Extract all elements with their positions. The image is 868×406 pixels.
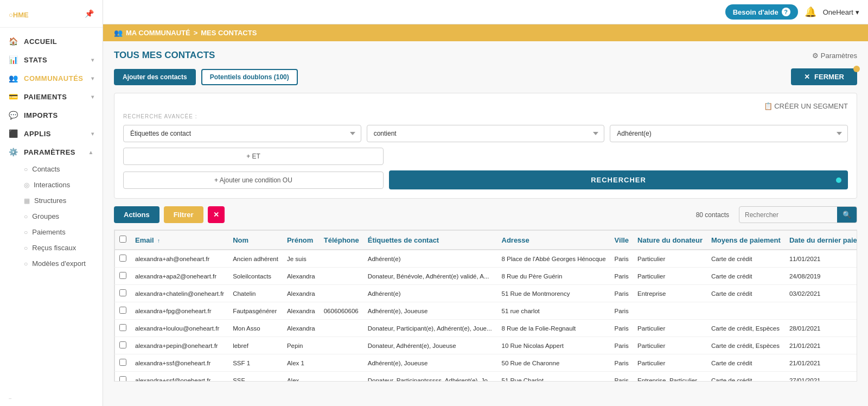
cell-nom: Ancien adhérent [228,250,283,268]
row-checkbox-cell[interactable] [115,268,131,285]
table-row[interactable]: alexandra+apa2@oneheart.fr Soleilcontact… [115,268,858,285]
col-prenom[interactable]: Prénom [283,231,320,250]
row-checkbox-cell[interactable] [115,337,131,354]
sidebar-item-modeles[interactable]: ○ Modèles d'export [0,256,103,271]
col-moyens[interactable]: Moyens de paiement [707,231,785,250]
sort-arrow-icon: ↑ [157,238,160,244]
sidebar-item-groupes[interactable]: ○ Groupes [0,208,103,224]
home-icon: 🏠 [9,37,20,46]
logo: ○HME [9,7,29,21]
pin-icon[interactable]: 📌 [85,9,94,18]
cell-email: alexandra+fpg@oneheart.fr [131,302,228,320]
row-checkbox[interactable] [119,359,126,366]
row-checkbox-cell[interactable] [115,250,131,268]
blue-dot-indicator [836,177,841,183]
cell-dernier-paiement: 21/01/2021 [785,354,857,372]
filtrer-button[interactable]: Filtrer [164,206,203,223]
sidebar-item-accueil[interactable]: 🏠 ACCUEIL [0,32,103,50]
adherente-dropdown[interactable]: Adhérent(e) [610,125,848,142]
chevron-down-icon: ▾ [91,75,94,81]
col-adresse[interactable]: Adresse [497,231,610,250]
rechercher-button[interactable]: RECHERCHER [389,170,848,189]
select-all-checkbox-header[interactable] [115,231,131,250]
row-checkbox-cell[interactable] [115,285,131,302]
sidebar-collapse[interactable]: − [0,391,103,406]
parametres-link[interactable]: ⚙ Paramètres [812,52,857,60]
add-ou-button[interactable]: + Ajouter une condition OU [123,172,384,189]
table-row[interactable]: alexandra+ssf@oneheart.fr SSF 1 Alex 1 A… [115,354,858,372]
duplicates-button[interactable]: Potentiels doublons (100) [201,69,298,85]
table-search-button[interactable]: 🔍 [837,207,857,223]
row-checkbox-cell[interactable] [115,302,131,320]
creer-segment-link[interactable]: 📋 CRÉER UN SEGMENT [123,102,848,110]
table-row[interactable]: alexandra+fpg@oneheart.fr Fautpasgénérer… [115,302,858,320]
cell-prenom: Alexandra [283,320,320,337]
col-ville[interactable]: Ville [610,231,634,250]
cell-dernier-paiement: 24/08/2019 [785,268,857,285]
cell-nom: Fautpasgénérer [228,302,283,320]
row-checkbox-cell[interactable] [115,372,131,382]
search-or-row: + Ajouter une condition OU RECHERCHER [123,170,848,189]
cell-prenom: Alexandra [283,302,320,320]
clear-filter-button[interactable]: ✕ [208,206,225,223]
cell-adresse: 8 Rue du Père Guérin [497,268,610,285]
breadcrumb-part1[interactable]: MA COMMUNAUTÉ [126,29,190,37]
cell-adresse: 51 Rue Charlot [497,372,610,382]
table-row[interactable]: alexandra+chatelin@oneheart.fr Chatelin … [115,285,858,302]
cell-ville: Paris [610,250,634,268]
search-section: 📋 CRÉER UN SEGMENT RECHERCHE AVANCÉE : É… [114,93,857,199]
actions-button[interactable]: Actions [114,206,159,223]
help-button[interactable]: Besoin d'aide ? [725,4,798,20]
table-row[interactable]: alexandra+ah@oneheart.fr Ancien adhérent… [115,250,858,268]
table-search-input[interactable] [739,207,837,223]
chevron-down-icon: ▾ [91,94,94,100]
col-telephone[interactable]: Téléphone [320,231,363,250]
row-checkbox[interactable] [119,289,126,296]
cell-adresse: 10 Rue Nicolas Appert [497,337,610,354]
col-dernier-paiement[interactable]: Date du dernier paiement [785,231,857,250]
content-area: TOUS MES CONTACTS ⚙ Paramètres Ajouter d… [103,41,868,406]
row-checkbox[interactable] [119,324,126,331]
row-checkbox[interactable] [119,307,126,314]
cell-nom: Chatelin [228,285,283,302]
sidebar-item-parametres[interactable]: ⚙️ PARAMÈTRES ▲ [0,143,103,161]
top-actions-bar: Ajouter des contacts Potentiels doublons… [114,68,857,85]
table-row[interactable]: alexandra+ssf@oneheart.fr SSF Alex Donat… [115,372,858,382]
circle-icon: ○ [24,229,28,236]
community-icon: 👥 [114,29,123,37]
sidebar-item-paiements-sub[interactable]: ○ Paiements [0,224,103,240]
cell-nature: Particulier [633,337,707,354]
row-checkbox[interactable] [119,272,126,279]
sidebar-item-interactions[interactable]: ◎ Interactions [0,177,103,193]
row-checkbox[interactable] [119,341,126,348]
table-row[interactable]: alexandra+pepin@oneheart.fr lebref Pepin… [115,337,858,354]
cell-nature: Entreprise, Particulier [633,372,707,382]
row-checkbox[interactable] [119,376,126,382]
add-et-button[interactable]: + ET [123,148,384,165]
user-menu[interactable]: OneHeart ▾ [823,8,859,16]
sidebar-item-imports[interactable]: 💬 IMPORTS [0,106,103,124]
sidebar-item-applis[interactable]: ⬛ APPLIS ▾ [0,124,103,143]
sidebar-item-contacts[interactable]: ○ Contacts [0,161,103,177]
col-email[interactable]: Email ↑ [131,231,228,250]
sidebar-item-structures[interactable]: ▦ Structures [0,193,103,208]
col-nature[interactable]: Nature du donateur [633,231,707,250]
row-checkbox-cell[interactable] [115,320,131,337]
sub-nav-label: Paiements [32,228,65,236]
fermer-button[interactable]: ✕ FERMER [791,68,857,85]
table-row[interactable]: alexandra+loulou@oneheart.fr Mon Asso Al… [115,320,858,337]
etiquettes-dropdown[interactable]: Étiquettes de contact [123,125,361,142]
add-contacts-button[interactable]: Ajouter des contacts [114,69,196,85]
cell-nature: Particulier [633,250,707,268]
sidebar-item-paiements[interactable]: 💳 PAIEMENTS ▾ [0,87,103,106]
contient-dropdown[interactable]: contient [367,125,605,142]
sidebar-item-stats[interactable]: 📊 STATS ▾ [0,50,103,69]
sidebar-item-communautes[interactable]: 👥 COMMUNAUTÉS ▾ [0,69,103,87]
sidebar-item-recus[interactable]: ○ Reçus fiscaux [0,240,103,256]
row-checkbox[interactable] [119,255,126,262]
select-all-checkbox[interactable] [119,236,126,243]
col-nom[interactable]: Nom [228,231,283,250]
row-checkbox-cell[interactable] [115,354,131,372]
notification-bell-icon[interactable]: 🔔 [805,6,816,18]
col-etiquettes[interactable]: Étiquettes de contact [363,231,497,250]
